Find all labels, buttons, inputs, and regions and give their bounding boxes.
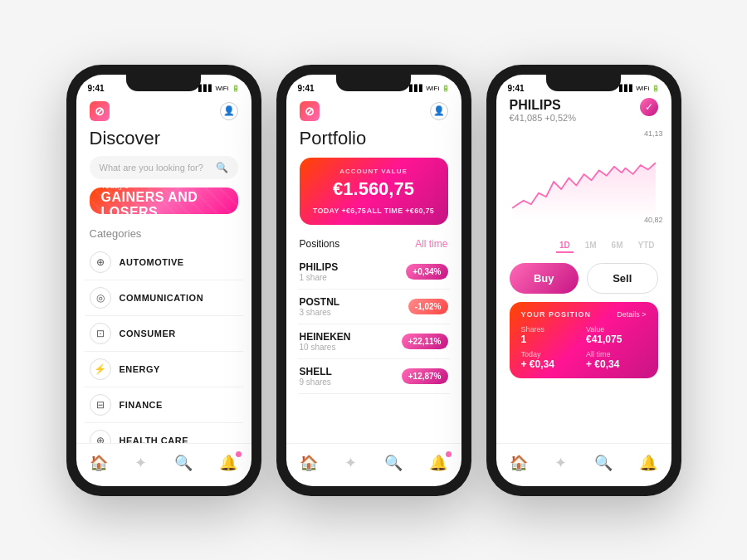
position-name: HEINEKEN [300, 331, 351, 343]
bottom-nav: 🏠 ✦ 🔍 🔔 [76, 443, 251, 486]
search-placeholder: What are you looking for? [100, 163, 211, 173]
app-header: ⊘ 👤 [76, 98, 251, 128]
status-icons: ▋▋▋ WiFi 🔋 [409, 85, 449, 92]
nav-home[interactable]: 🏠 [300, 454, 318, 472]
user-icon[interactable]: 👤 [220, 102, 238, 120]
positions-label: Positions [300, 238, 340, 250]
position-card-details-link[interactable]: Details > [617, 310, 646, 319]
nav-bell[interactable]: 🔔 [219, 454, 237, 472]
check-badge: ✓ [640, 98, 658, 116]
screen-content: PHILIPS €41,085 +0,52% ✓ 41,13 [496, 98, 671, 443]
nav-home[interactable]: 🏠 [510, 454, 528, 472]
position-change: +0,34% [406, 264, 447, 280]
positions-filter[interactable]: All time [415, 238, 447, 250]
account-stats-row: TODAY +€6,75 ALL TIME +€60,75 [313, 207, 435, 215]
category-list: ⊕ AUTOMOTIVE ◎ COMMUNICATION ⊡ CONSUMER … [76, 245, 251, 443]
categories-label: Categories [76, 224, 251, 245]
action-buttons: Buy Sell [496, 260, 671, 302]
user-icon[interactable]: 👤 [430, 102, 448, 120]
svg-marker-0 [512, 163, 656, 219]
tab-1m[interactable]: 1M [582, 239, 600, 253]
stock-chart: 41,13 40,82 [505, 128, 663, 236]
today-stat: TODAY +€6,75 [313, 207, 366, 215]
nav-search[interactable]: 🔍 [384, 454, 403, 472]
status-icons: ▋▋▋WiFi🔋 [198, 85, 240, 92]
tab-ytd[interactable]: YTD [635, 239, 658, 253]
position-info: PHILIPS 1 share [300, 261, 339, 282]
status-time: 9:41 [88, 84, 105, 93]
tab-1d[interactable]: 1D [556, 239, 574, 253]
buy-button[interactable]: Buy [510, 263, 579, 294]
consumer-icon: ⊡ [90, 323, 111, 344]
category-item-automotive[interactable]: ⊕ AUTOMOTIVE [85, 245, 243, 280]
position-name: SHELL [300, 366, 332, 377]
tab-6m[interactable]: 6M [608, 239, 627, 253]
automotive-icon: ⊕ [90, 251, 111, 273]
pos-stat-label-value: Value [586, 325, 647, 334]
pos-stat-value: Value €41,075 [586, 325, 647, 345]
category-name-consumer: CONSUMER [120, 329, 176, 338]
category-item-consumer[interactable]: ⊡ CONSUMER [85, 316, 243, 352]
communication-icon: ◎ [90, 287, 111, 309]
position-change: +22,11% [402, 334, 448, 349]
nav-spark[interactable]: ✦ [344, 454, 357, 472]
nav-bell[interactable]: 🔔 [639, 454, 657, 472]
search-bar[interactable]: What are you looking for? 🔍 [90, 156, 238, 179]
position-heineken[interactable]: HEINEKEN 10 shares +22,11% [298, 324, 450, 359]
category-item-finance[interactable]: ⊟ FINANCE [85, 387, 243, 423]
stock-name: PHILIPS [510, 98, 576, 113]
chart-svg [505, 128, 663, 236]
nav-badge [236, 451, 242, 457]
stock-price: €41,085 +0,52% [510, 113, 576, 123]
scene: 9:41 ▋▋▋WiFi🔋 ⊘ 👤 Discover What are you … [50, 48, 698, 513]
time-tabs: 1D 1M 6M YTD [496, 236, 671, 260]
healthcare-icon: ⊕ [90, 430, 111, 443]
pos-stat-shares: Shares 1 [521, 325, 582, 345]
discover-banner[interactable]: Today's GAINERS AND LOSERS [90, 187, 238, 214]
position-shares: 10 shares [300, 343, 351, 352]
nav-search[interactable]: 🔍 [594, 454, 613, 472]
position-postnl[interactable]: POSTNL 3 shares -1,02% [298, 290, 450, 324]
position-shares: 3 shares [300, 308, 340, 317]
status-time: 9:41 [298, 84, 315, 93]
nav-spark[interactable]: ✦ [134, 454, 147, 472]
app-logo: ⊘ [300, 101, 320, 121]
positions-header: Positions All time [286, 235, 461, 255]
pos-stat-label-shares: Shares [521, 325, 582, 334]
nav-bell[interactable]: 🔔 [429, 454, 447, 472]
phone-discover: 9:41 ▋▋▋WiFi🔋 ⊘ 👤 Discover What are you … [66, 65, 261, 496]
portfolio-title: Portfolio [286, 128, 461, 158]
app-logo: ⊘ [90, 101, 110, 121]
pos-stat-alltime: All time + €0,34 [586, 350, 647, 370]
finance-icon: ⊟ [90, 394, 111, 416]
category-item-communication[interactable]: ◎ COMMUNICATION [85, 280, 243, 316]
pos-stat-today: Today + €0,34 [521, 350, 582, 370]
category-item-energy[interactable]: ⚡ ENERGY [85, 352, 243, 387]
position-card-header: YOUR POSITION Details > [521, 310, 647, 319]
sell-button[interactable]: Sell [587, 263, 658, 294]
status-time: 9:41 [508, 84, 525, 93]
account-label: ACCOUNT VALUE [313, 168, 435, 175]
position-info: SHELL 9 shares [300, 366, 332, 387]
position-shell[interactable]: SHELL 9 shares +12,87% [298, 359, 450, 394]
notch [546, 75, 621, 91]
nav-search[interactable]: 🔍 [174, 454, 193, 472]
nav-home[interactable]: 🏠 [90, 454, 108, 472]
position-philips[interactable]: PHILIPS 1 share +0,34% [298, 255, 450, 290]
energy-icon: ⚡ [90, 358, 111, 380]
chart-high-label: 41,13 [644, 129, 663, 138]
notch [336, 75, 411, 91]
phone-portfolio: 9:41 ▋▋▋ WiFi 🔋 ⊘ 👤 Portfolio ACCOUNT VA… [276, 65, 471, 496]
chart-low-label: 40,82 [644, 216, 663, 224]
banner-title: GAINERS AND LOSERS [101, 190, 227, 214]
pos-stat-value-value: €41,075 [586, 334, 647, 345]
nav-spark[interactable]: ✦ [554, 454, 567, 472]
app-header: ⊘ 👤 [286, 98, 461, 128]
bottom-nav: 🏠 ✦ 🔍 🔔 [286, 443, 461, 486]
category-name-healthcare: HEALTH CARE [120, 436, 189, 443]
category-item-healthcare[interactable]: ⊕ HEALTH CARE [85, 423, 243, 443]
stock-info: PHILIPS €41,085 +0,52% [510, 98, 576, 123]
pos-stat-value-shares: 1 [521, 334, 582, 345]
position-info: POSTNL 3 shares [300, 296, 340, 317]
bottom-nav: 🏠 ✦ 🔍 🔔 [496, 443, 671, 486]
